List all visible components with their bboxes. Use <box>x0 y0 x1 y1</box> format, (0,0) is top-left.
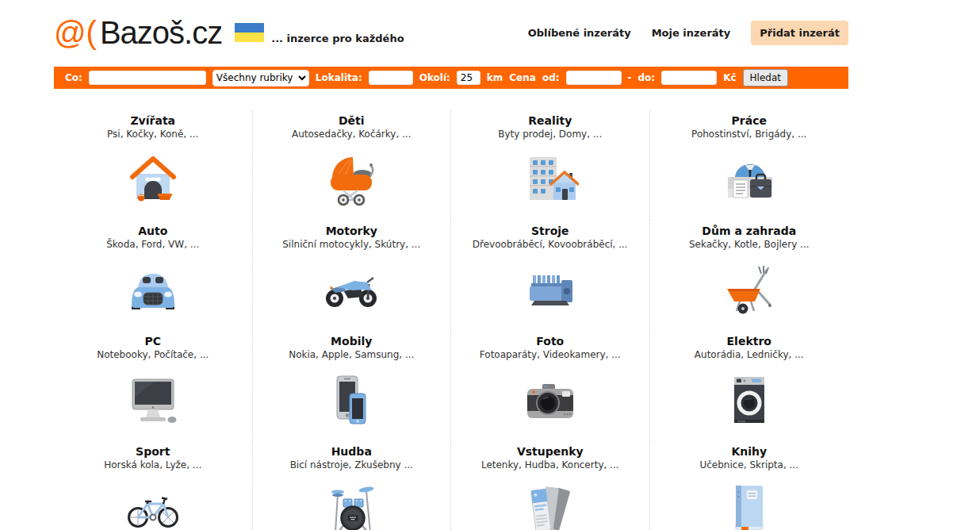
washing-machine-icon[interactable] <box>650 367 849 432</box>
category-title[interactable]: Sport <box>54 444 252 459</box>
category-title[interactable]: Reality <box>451 113 649 128</box>
add-ad-button[interactable]: Přidat inzerát <box>751 21 848 45</box>
category-grid: Zvířata Psi, Kočky, Koně, ... Děti Autos <box>54 109 848 530</box>
category-title[interactable]: Stroje <box>451 224 649 238</box>
category-stroje[interactable]: Stroje Dřevoobráběcí, Kovoobráběcí, ... <box>451 220 650 330</box>
price-from-input[interactable] <box>566 71 622 85</box>
motorcycle-icon[interactable] <box>253 257 451 322</box>
search-od-label: od: <box>542 72 560 83</box>
book-icon[interactable] <box>650 478 849 530</box>
category-subtitle[interactable]: Psi, Kočky, Koně, ... <box>54 128 252 141</box>
briefcase-worker-icon[interactable] <box>650 147 849 212</box>
category-prace[interactable]: Práce Pohostinství, Brigády, ... <box>650 109 849 220</box>
category-subtitle[interactable]: Nokia, Apple, Samsung, ... <box>253 348 451 362</box>
category-pc[interactable]: PC Notebooky, Počítače, ... <box>54 330 253 440</box>
category-mobily[interactable]: Mobily Nokia, Apple, Samsung, ... <box>253 330 452 440</box>
category-subtitle[interactable]: Notebooky, Počítače, ... <box>54 348 252 362</box>
category-hudba[interactable]: Hudba Bicí nástroje, Zkušebny ... <box>253 440 452 530</box>
search-co-label: Co: <box>65 72 82 83</box>
category-foto[interactable]: Foto Fotoaparáty, Videokamery, ... <box>451 330 650 440</box>
category-knihy[interactable]: Knihy Učebnice, Skripta, ... <box>650 440 849 530</box>
category-subtitle[interactable]: Autosedačky, Kočárky, ... <box>253 128 451 141</box>
category-subtitle[interactable]: Silniční motocykly, Skútry, ... <box>253 238 451 252</box>
bicycle-icon[interactable] <box>54 478 252 530</box>
search-query-input[interactable] <box>89 71 206 85</box>
drum-kit-icon[interactable] <box>253 478 451 530</box>
search-dash-label: - <box>628 72 632 83</box>
category-motorky[interactable]: Motorky Silniční motocykly, Skútry, ... <box>253 220 452 330</box>
search-kc-label: Kč <box>723 72 736 83</box>
ukraine-flag-icon[interactable] <box>235 23 264 42</box>
search-bar: Co: Všechny rubriky Lokalita: Okolí: km … <box>54 67 848 89</box>
category-title[interactable]: Motorky <box>253 224 451 238</box>
category-title[interactable]: PC <box>54 334 252 348</box>
category-zvirata[interactable]: Zvířata Psi, Kočky, Koně, ... <box>54 109 253 220</box>
category-title[interactable]: Elektro <box>650 334 849 348</box>
page-container: @( Bazoš.cz ... inzerce pro každého Oblí… <box>54 0 848 530</box>
wheelbarrow-icon[interactable] <box>650 257 849 322</box>
category-subtitle[interactable]: Škoda, Ford, VW, ... <box>54 238 252 252</box>
category-title[interactable]: Zvířata <box>54 113 252 128</box>
price-to-input[interactable] <box>661 71 717 85</box>
category-subtitle[interactable]: Letenky, Hudba, Koncerty, ... <box>451 459 649 472</box>
category-select[interactable]: Všechny rubriky <box>212 70 309 86</box>
category-title[interactable]: Foto <box>451 334 649 348</box>
category-reality[interactable]: Reality Byty prodej, Domy, ... <box>451 109 650 220</box>
category-title[interactable]: Mobily <box>253 334 451 348</box>
category-subtitle[interactable]: Pohostinství, Brigády, ... <box>650 128 849 141</box>
top-nav: Oblíbené inzeráty Moje inzeráty Přidat i… <box>528 21 848 45</box>
logo-brand-text: Bazoš.cz <box>100 17 222 48</box>
search-okoli-label: Okolí: <box>419 72 450 83</box>
category-subtitle[interactable]: Učebnice, Skripta, ... <box>650 459 849 472</box>
logo-tagline: ... inzerce pro každého <box>271 33 404 44</box>
car-icon[interactable] <box>54 257 252 322</box>
logo-at-symbol: @( <box>54 17 97 48</box>
tickets-icon[interactable] <box>451 478 649 530</box>
category-title[interactable]: Knihy <box>650 444 849 459</box>
category-dum-a-zahrada[interactable]: Dům a zahrada Sekačky, Kotle, Bojlery ..… <box>650 220 849 330</box>
category-sport[interactable]: Sport Horská kola, Lyže, ... <box>54 440 253 530</box>
category-vstupenky[interactable]: Vstupenky Letenky, Hudba, Koncerty, ... <box>451 440 650 530</box>
engine-icon[interactable] <box>451 257 649 322</box>
building-house-icon[interactable] <box>451 147 649 212</box>
search-lokalita-label: Lokalita: <box>316 72 362 83</box>
category-title[interactable]: Hudba <box>253 444 451 459</box>
doghouse-icon[interactable] <box>54 147 252 212</box>
logo-home-link[interactable]: @( Bazoš.cz ... inzerce pro každého <box>54 17 404 48</box>
category-subtitle[interactable]: Dřevoobráběcí, Kovoobráběcí, ... <box>451 238 649 252</box>
search-cena-label: Cena <box>509 72 536 83</box>
category-subtitle[interactable]: Autorádia, Ledničky, ... <box>650 348 849 362</box>
search-km-label: km <box>487 72 503 83</box>
category-deti[interactable]: Děti Autosedačky, Kočárky, ... <box>253 109 452 220</box>
radius-input[interactable] <box>457 71 480 85</box>
search-do-label: do: <box>638 72 656 83</box>
stroller-icon[interactable] <box>253 147 451 212</box>
category-subtitle[interactable]: Byty prodej, Domy, ... <box>451 128 649 141</box>
category-subtitle[interactable]: Sekačky, Kotle, Bojlery ... <box>650 238 849 252</box>
category-auto[interactable]: Auto Škoda, Ford, VW, ... <box>54 220 253 330</box>
category-title[interactable]: Vstupenky <box>451 444 649 459</box>
category-title[interactable]: Děti <box>253 113 451 128</box>
monitor-icon[interactable] <box>54 367 252 432</box>
category-elektro[interactable]: Elektro Autorádia, Ledničky, ... <box>650 330 849 440</box>
category-title[interactable]: Práce <box>650 113 849 128</box>
category-title[interactable]: Auto <box>54 224 252 238</box>
category-subtitle[interactable]: Bicí nástroje, Zkušebny ... <box>253 459 451 472</box>
my-ads-link[interactable]: Moje inzeráty <box>652 27 731 39</box>
favorite-ads-link[interactable]: Oblíbené inzeráty <box>528 27 631 39</box>
category-subtitle[interactable]: Fotoaparáty, Videokamery, ... <box>451 348 649 362</box>
location-input[interactable] <box>369 71 413 85</box>
phones-icon[interactable] <box>253 367 451 432</box>
search-submit-button[interactable]: Hledat <box>743 69 788 86</box>
header: @( Bazoš.cz ... inzerce pro každého Oblí… <box>54 0 848 51</box>
category-title[interactable]: Dům a zahrada <box>650 224 849 238</box>
camera-icon[interactable] <box>451 367 649 432</box>
category-subtitle[interactable]: Horská kola, Lyže, ... <box>54 459 252 472</box>
